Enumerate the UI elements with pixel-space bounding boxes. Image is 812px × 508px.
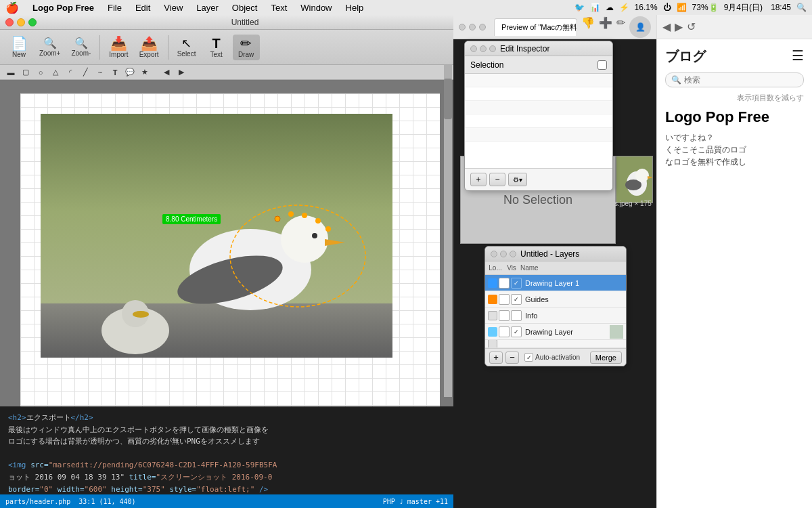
browser-tab[interactable]: Preview of "Macの無料ロゴ作成ツールLogo Pop Freeで会… <box>494 18 577 36</box>
menu-object[interactable]: Object <box>229 3 261 13</box>
menu-layer[interactable]: Layer <box>194 3 221 13</box>
browser-actions: 👎 ➕ ✏ 👤 <box>581 16 651 38</box>
menu-text[interactable]: Text <box>268 3 290 13</box>
shape-arrow-right[interactable]: ▶ <box>175 66 188 79</box>
layer-lock-drawing1[interactable] <box>499 278 510 289</box>
minimize-button[interactable] <box>17 18 25 26</box>
toolbar-export[interactable]: 📤 Export <box>135 35 163 60</box>
shape-rect[interactable]: ▬ <box>4 66 18 79</box>
ei-title-text: Edit Inspector <box>500 44 549 54</box>
toolbar-select-label: Select <box>177 50 196 58</box>
avatar: 👤 <box>629 16 651 38</box>
shape-triangle[interactable]: △ <box>49 66 62 79</box>
layer-row-guides[interactable]: ✓ Guides <box>485 291 626 308</box>
menu-edit[interactable]: Edit <box>133 3 153 13</box>
search-menubar-icon[interactable]: 🔍 <box>796 3 807 12</box>
layer-vis-drawing[interactable]: ✓ <box>511 326 522 337</box>
layer-row-drawing1[interactable]: ✓ Drawing Layer 1 <box>485 275 626 291</box>
layer-color-info <box>488 311 497 320</box>
svg-point-19 <box>635 169 649 182</box>
pencil-icon[interactable]: ✏ <box>616 16 625 38</box>
ei-toolbar: + − ⚙▾ <box>465 169 612 190</box>
shape-callout[interactable]: 💬 <box>123 66 137 79</box>
code-line-4 <box>8 448 445 460</box>
ei-gear-button[interactable]: ⚙▾ <box>508 173 527 186</box>
maximize-button[interactable] <box>28 18 37 26</box>
canvas-scrollbar[interactable] <box>444 65 452 397</box>
bw-close[interactable] <box>459 24 466 30</box>
layer-row-info[interactable]: Info <box>485 308 626 324</box>
bird-thumbnail <box>616 156 653 203</box>
lt-close[interactable] <box>491 251 497 257</box>
toolbar-select[interactable]: ↖ Select <box>173 35 200 60</box>
menu-help[interactable]: Help <box>343 3 367 13</box>
battery-percent: 16.1% <box>635 3 658 12</box>
menu-file[interactable]: File <box>105 3 125 13</box>
layers-merge-button[interactable]: Merge <box>590 352 622 364</box>
close-button[interactable] <box>5 18 14 26</box>
layer-lock-guides[interactable] <box>499 294 510 305</box>
shape-curve[interactable]: ~ <box>93 66 107 79</box>
code-editor[interactable]: <h2>エクスポート</h2> 最後はウィンドウ真ん中上のエクスポートボタンを押… <box>0 406 453 508</box>
toolbar-new[interactable]: 📄 New <box>5 35 32 60</box>
layer-row-drawing[interactable]: ✓ Drawing Layer <box>485 324 626 340</box>
apple-menu[interactable]: 🍎 <box>5 1 19 14</box>
layers-auto-activation[interactable]: ✓ Auto-activation <box>524 353 580 362</box>
bw-maximize[interactable] <box>479 24 486 30</box>
shape-text-t[interactable]: T <box>108 66 122 79</box>
scrollbar-thumb[interactable] <box>444 79 452 119</box>
search-bar[interactable]: 🔍 <box>665 72 804 87</box>
toolbar-draw[interactable]: ✏ Draw <box>233 35 260 60</box>
bw-minimize[interactable] <box>469 24 476 30</box>
ei-selection-checkbox[interactable] <box>597 60 607 70</box>
toolbar-zoom-in[interactable]: 🔍 Zoom+ <box>35 36 64 59</box>
menu-view[interactable]: View <box>161 3 185 13</box>
svg-rect-1 <box>41 303 392 358</box>
layer-thumb-drawing <box>610 325 623 339</box>
canvas-window-title: Untitled <box>42 18 448 27</box>
menu-window[interactable]: Window <box>298 3 334 13</box>
bolt-icon: ⚡ <box>619 3 629 12</box>
layers-col-lock: Lo... <box>488 264 503 272</box>
layer-row-extra[interactable] <box>485 340 626 348</box>
lt-minimize[interactable] <box>500 251 507 257</box>
shape-star[interactable]: ★ <box>138 66 152 79</box>
search-input[interactable] <box>684 75 798 85</box>
no-selection-text: No Selection <box>503 193 572 207</box>
layer-lock-info[interactable] <box>499 310 510 321</box>
browser-forward[interactable]: ▶ <box>675 20 683 33</box>
toolbar-zoom-out[interactable]: 🔍 Zoom- <box>67 36 95 59</box>
item-count-bar[interactable]: 表示項目数を減らす <box>665 93 804 103</box>
layer-vis-guides[interactable]: ✓ <box>511 294 522 305</box>
ei-add-button[interactable]: + <box>470 173 487 186</box>
toolbar-import[interactable]: 📥 Import <box>105 35 132 60</box>
shape-toolbar: ▬ ▢ ○ △ ◜ ╱ ~ T 💬 ★ ◀ ▶ <box>0 65 453 80</box>
layers-add-button[interactable]: + <box>489 352 503 364</box>
svg-point-12 <box>302 213 307 218</box>
ei-close[interactable] <box>470 45 477 52</box>
layer-vis-info[interactable] <box>511 310 522 321</box>
shape-arrow-left[interactable]: ◀ <box>160 66 173 79</box>
menu-hamburger-icon[interactable]: ☰ <box>792 47 804 66</box>
toolbar-text[interactable]: T Text <box>203 35 230 60</box>
layers-remove-button[interactable]: − <box>505 352 519 364</box>
lt-maximize[interactable] <box>510 251 516 257</box>
shape-arc[interactable]: ◜ <box>64 66 77 79</box>
svg-point-7 <box>281 215 328 263</box>
shape-line[interactable]: ╱ <box>78 66 92 79</box>
add-icon[interactable]: ➕ <box>599 16 612 38</box>
shape-rounded-rect[interactable]: ▢ <box>19 66 32 79</box>
thumbs-down-icon[interactable]: 👎 <box>581 16 595 38</box>
ei-content-area <box>465 74 612 169</box>
datetime: 9月4日(日) 18:45 <box>724 2 791 14</box>
auto-activation-checkbox[interactable]: ✓ <box>524 353 533 362</box>
browser-reload[interactable]: ↺ <box>687 20 696 33</box>
shape-ellipse[interactable]: ○ <box>34 66 47 79</box>
ei-remove-button[interactable]: − <box>489 173 505 186</box>
ei-maximize[interactable] <box>489 45 496 52</box>
app-name[interactable]: Logo Pop Free <box>30 3 97 13</box>
ei-minimize[interactable] <box>480 45 487 52</box>
layer-vis-drawing1[interactable]: ✓ <box>511 278 522 289</box>
layer-lock-drawing[interactable] <box>499 326 510 337</box>
browser-back[interactable]: ◀ <box>662 20 671 33</box>
